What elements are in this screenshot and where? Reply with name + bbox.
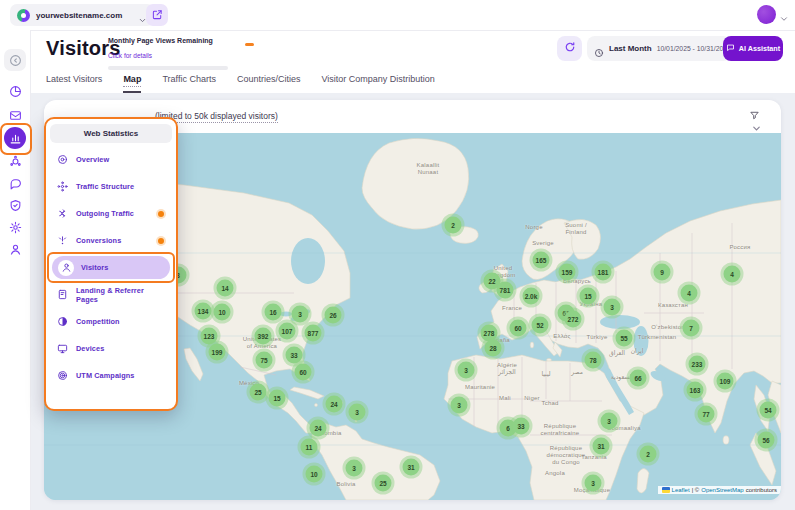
map-cluster-marker[interactable]: 54 — [757, 399, 780, 422]
sidebar-item-outgoing-traffic[interactable]: Outgoing Traffic — [50, 200, 172, 227]
map-cluster-marker[interactable]: 75 — [253, 349, 276, 372]
seo-icon[interactable] — [4, 150, 26, 172]
map-cluster-marker[interactable]: 2.0k — [520, 285, 543, 308]
map-cluster-marker[interactable]: 159 — [556, 261, 579, 284]
map-cluster-marker[interactable]: 4 — [721, 263, 744, 286]
outgoing-traffic-icon — [56, 207, 69, 220]
map-cluster-marker[interactable]: 233 — [686, 353, 709, 376]
settings-icon[interactable] — [4, 216, 26, 238]
openstreetmap-link[interactable]: OpenStreetMap — [701, 487, 743, 493]
map-cluster-marker[interactable]: 14 — [214, 277, 237, 300]
quota-warning-dash — [245, 43, 254, 46]
map-cluster-marker[interactable]: 109 — [714, 370, 737, 393]
sidebar-item-traffic-structure[interactable]: Traffic Structure — [50, 173, 172, 200]
app-window: yourwebsitename.com Visitors Monthly Pag… — [0, 0, 795, 510]
overview-icon — [56, 153, 69, 166]
map-cluster-marker[interactable]: 165 — [530, 249, 553, 272]
user-avatar[interactable] — [757, 5, 776, 24]
sidebar-item-label: Competition — [76, 317, 120, 326]
map-cluster-marker[interactable]: 15 — [577, 285, 600, 308]
tab-label: Traffic Charts — [162, 74, 216, 84]
tabs-bar: Latest VisitorsMapTraffic ChartsCountrie… — [46, 70, 435, 93]
sidebar-rail — [0, 30, 31, 510]
refresh-icon — [564, 41, 576, 56]
tab-map[interactable]: Map — [123, 70, 141, 93]
map-cluster-marker[interactable]: 31 — [400, 456, 423, 479]
website-selector[interactable]: yourwebsitename.com — [10, 4, 154, 26]
map-cluster-marker[interactable]: 52 — [529, 314, 552, 337]
map-cluster-marker[interactable]: 3 — [598, 410, 621, 433]
map-cluster-marker[interactable]: 3 — [343, 457, 366, 480]
ai-assistant-button[interactable]: AI Assistant — [723, 36, 783, 61]
pie-chart-icon[interactable] — [4, 80, 26, 102]
collapse-icon[interactable] — [4, 49, 26, 71]
sidebar-item-overview[interactable]: Overview — [50, 146, 172, 173]
shield-icon[interactable] — [4, 194, 26, 216]
notification-badge — [158, 238, 164, 244]
map-cluster-marker[interactable]: 77 — [695, 403, 718, 426]
sidebar-item-conversions[interactable]: Conversions — [50, 227, 172, 254]
external-link-icon — [152, 8, 163, 23]
open-website-button[interactable] — [146, 4, 168, 26]
map-cluster-marker[interactable]: 272 — [562, 308, 585, 331]
map-cluster-marker[interactable]: 10 — [303, 463, 326, 486]
map-cluster-marker[interactable]: 56 — [755, 429, 778, 452]
map-cluster-marker[interactable]: 11 — [298, 436, 321, 459]
map-cluster-marker[interactable]: 78 — [582, 349, 605, 372]
sidebar-item-devices[interactable]: Devices — [50, 335, 172, 362]
map-cluster-marker[interactable]: 25 — [372, 472, 395, 495]
map-cluster-marker[interactable]: 33 — [510, 415, 533, 438]
map-cluster-marker[interactable]: 3 — [582, 472, 605, 495]
tab-traffic-charts[interactable]: Traffic Charts — [162, 70, 216, 93]
map-cluster-marker[interactable]: 163 — [684, 379, 707, 402]
sidebar-item-competition[interactable]: Competition — [50, 308, 172, 335]
map-cluster-marker[interactable]: 3 — [455, 359, 478, 382]
map-cluster-marker[interactable]: 3 — [346, 401, 369, 424]
tab-countries-cities[interactable]: Countries/Cities — [237, 70, 301, 93]
map-cluster-marker[interactable]: 392 — [252, 325, 275, 348]
tab-visitor-company-distribution[interactable]: Visitor Company Distribution — [321, 70, 434, 93]
sidebar-item-visitors[interactable]: Visitors — [52, 256, 170, 279]
chat-icon[interactable] — [4, 172, 26, 194]
map-cluster-marker[interactable]: 26 — [322, 304, 345, 327]
map-cluster-marker[interactable]: 9 — [651, 261, 674, 284]
map-cluster-marker[interactable]: 24 — [323, 393, 346, 416]
map-cluster-marker[interactable]: 10 — [211, 301, 234, 324]
sidebar-item-label: UTM Campaigns — [76, 371, 134, 380]
map-cluster-marker[interactable]: 7 — [680, 317, 703, 340]
utm-campaigns-icon — [56, 369, 69, 382]
web-statistics-icon[interactable] — [4, 127, 26, 149]
attribution-suffix: contributors — [746, 487, 777, 493]
map-cluster-marker[interactable]: 2 — [637, 443, 660, 466]
clock-icon — [594, 44, 604, 54]
map-cluster-marker[interactable]: 877 — [302, 322, 325, 345]
map-cluster-marker[interactable]: 15 — [266, 387, 289, 410]
map-cluster-marker[interactable]: 781 — [494, 279, 517, 302]
refresh-button[interactable] — [557, 36, 582, 61]
map-cluster-marker[interactable]: 28 — [482, 337, 505, 360]
attribution-separator: | © — [692, 487, 700, 493]
map-cluster-marker[interactable]: 55 — [613, 327, 636, 350]
tab-latest-visitors[interactable]: Latest Visitors — [46, 70, 102, 93]
user-menu-chevron-icon[interactable] — [779, 10, 789, 20]
map-cluster-marker[interactable]: 181 — [592, 261, 615, 284]
sidebar-item-utm-campaigns[interactable]: UTM Campaigns — [50, 362, 172, 389]
map-cluster-marker[interactable]: 31 — [590, 435, 613, 458]
traffic-structure-icon — [56, 180, 69, 193]
map-cluster-marker[interactable]: 3 — [601, 296, 624, 319]
leaflet-link[interactable]: Leaflet — [672, 487, 690, 493]
map-cluster-marker[interactable]: 199 — [206, 341, 229, 364]
sidebar-item-label: Traffic Structure — [76, 182, 134, 191]
date-range-selector[interactable]: Last Month 10/01/2025 - 10/31/2025 — [587, 36, 731, 61]
map-cluster-marker[interactable]: 107 — [276, 320, 299, 343]
map-filter-button[interactable] — [743, 108, 765, 132]
map-cluster-marker[interactable]: 60 — [507, 317, 530, 340]
map-cluster-marker[interactable]: 66 — [627, 367, 650, 390]
map-cluster-marker[interactable]: 60 — [292, 361, 315, 384]
account-icon[interactable] — [4, 238, 26, 260]
map-cluster-marker[interactable]: 4 — [678, 282, 701, 305]
map-cluster-marker[interactable]: 3 — [448, 394, 471, 417]
sidebar-item-landing-referrer-pages[interactable]: Landing & Referrer Pages — [50, 281, 172, 308]
map-cluster-marker[interactable]: 2 — [442, 214, 465, 237]
quota-details-link[interactable]: Click for details — [108, 52, 152, 59]
